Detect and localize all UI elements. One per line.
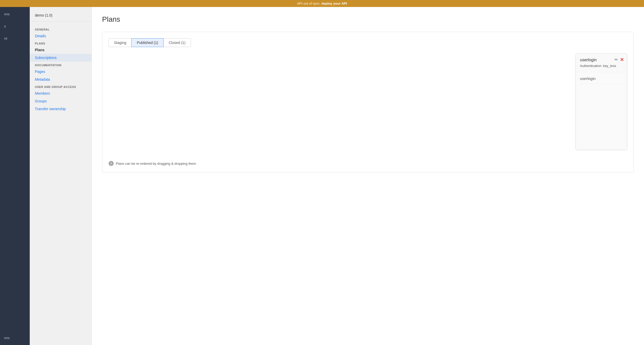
sidebar-link-metadata[interactable]: Metadata xyxy=(30,76,91,83)
plan-card-body-name: userlogin xyxy=(580,76,623,84)
tab-staging[interactable]: Staging xyxy=(109,38,132,47)
plans-tabs-bar: Staging Published (1) Closed (1) xyxy=(109,38,627,47)
left-nav: ons s rd ons xyxy=(0,7,30,345)
tab-published[interactable]: Published (1) xyxy=(131,38,164,47)
sidebar-link-transfer-ownership[interactable]: Transfer ownership xyxy=(30,105,91,113)
tab-closed[interactable]: Closed (1) xyxy=(163,38,191,47)
page-title: Plans xyxy=(102,15,634,24)
left-nav-item-s[interactable]: s xyxy=(0,22,30,30)
main-content: Plans Staging Published (1) Closed (1) u… xyxy=(92,7,644,345)
sidebar: demo (1.0) GENERAL Details PLANS Plans S… xyxy=(30,7,92,345)
api-sync-banner: API out of sync, deploy your API xyxy=(0,0,644,7)
sidebar-link-groups[interactable]: Groups xyxy=(30,97,91,105)
edit-plan-icon[interactable]: ✏ xyxy=(615,57,618,62)
deploy-api-link[interactable]: deploy your API xyxy=(321,2,347,5)
sidebar-link-members[interactable]: Members xyxy=(30,89,91,97)
plans-tabs-container: Staging Published (1) Closed (1) userlog… xyxy=(102,32,634,172)
banner-text: API out of sync, xyxy=(297,2,321,5)
sidebar-section-user-group: USER AND GROUP ACCESS xyxy=(30,83,91,89)
sidebar-link-details[interactable]: Details xyxy=(30,32,91,40)
left-nav-item-ons-bottom[interactable]: ons xyxy=(0,334,30,342)
sidebar-section-documentation: DOCUMENTATION xyxy=(30,62,91,68)
sidebar-link-pages[interactable]: Pages xyxy=(30,68,91,76)
plan-card-actions: ✏ ✕ xyxy=(615,57,624,62)
info-note-text: Plans can be re-ordered by dragging & dr… xyxy=(116,162,197,166)
sidebar-link-subscriptions[interactable]: Subscriptions xyxy=(30,54,91,62)
left-nav-item-ons[interactable]: ons xyxy=(0,10,30,18)
sidebar-version: demo (1.0) xyxy=(30,11,91,22)
plan-card-auth: Authentication: key_less xyxy=(580,64,623,68)
info-note: i Plans can be re-ordered by dragging & … xyxy=(109,161,627,166)
sidebar-link-plans[interactable]: Plans xyxy=(30,46,91,54)
plans-grid: userlogin Authentication: key_less ✏ ✕ u… xyxy=(109,53,627,157)
plan-card-body: userlogin xyxy=(576,72,627,150)
plan-card-userlogin: userlogin Authentication: key_less ✏ ✕ u… xyxy=(576,53,627,150)
sidebar-section-plans: PLANS xyxy=(30,40,91,46)
delete-plan-icon[interactable]: ✕ xyxy=(620,57,624,62)
plan-card-header: userlogin Authentication: key_less ✏ ✕ xyxy=(576,54,627,72)
plan-card-auth-label: Authentication: xyxy=(580,64,602,68)
left-nav-item-rd[interactable]: rd xyxy=(0,34,30,42)
info-icon: i xyxy=(109,161,114,166)
plan-card-auth-value: key_less xyxy=(603,64,616,68)
sidebar-section-general: GENERAL xyxy=(30,26,91,32)
